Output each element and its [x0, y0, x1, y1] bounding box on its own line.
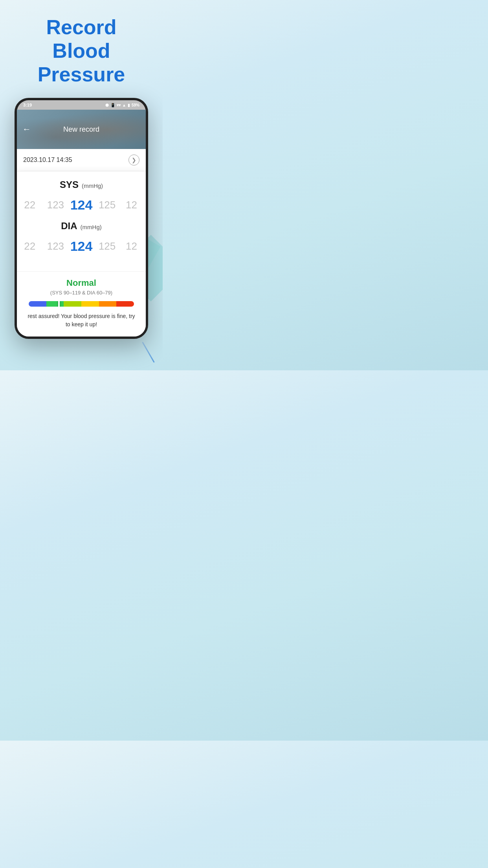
app-header: ← New record — [17, 110, 146, 149]
dia-unit: (mmHg) — [81, 224, 102, 230]
datetime-next-button[interactable]: ❯ — [128, 154, 139, 166]
status-range: (SYS 90–119 & DIA 60–79) — [25, 290, 138, 296]
sys-val-active: 124 — [68, 196, 94, 214]
color-scale-bar — [29, 301, 134, 307]
scale-seg-6 — [116, 301, 134, 307]
sys-val-1: 123 — [43, 197, 69, 213]
hero-subtitle: Blood Pressure — [8, 39, 155, 86]
dia-picker-section: DIA (mmHg) 22 123 124 125 12 — [17, 221, 146, 256]
dia-val-4: 12 — [120, 239, 146, 254]
back-button[interactable]: ← — [22, 124, 31, 134]
status-bar: 3:19 ⬢ 📳 ▾▾ ▲ ▮ 59% — [17, 100, 146, 110]
battery-icon: ▮ — [128, 103, 130, 107]
bottom-area — [0, 339, 163, 370]
dia-val-active: 124 — [68, 237, 94, 256]
blood-status-section: Normal (SYS 90–119 & DIA 60–79) rest ass… — [17, 271, 146, 337]
phone-mockup: 3:19 ⬢ 📳 ▾▾ ▲ ▮ 59% ← New record 2023.10… — [15, 98, 148, 339]
picker-panel: SYS (mmHg) 22 123 124 125 12 DIA (mmHg) … — [17, 171, 146, 271]
wifi-icon: ▾▾ — [117, 103, 121, 107]
sys-unit: (mmHg) — [82, 182, 103, 189]
scale-seg-1 — [29, 301, 46, 307]
status-time: 3:19 — [23, 103, 32, 107]
datetime-value: 2023.10.17 14:35 — [23, 156, 72, 164]
bluetooth-icon: ⬢ — [105, 103, 109, 107]
dia-label-row: DIA (mmHg) — [17, 221, 146, 232]
status-icons: ⬢ 📳 ▾▾ ▲ ▮ 59% — [105, 103, 139, 107]
scale-indicator — [58, 301, 60, 307]
status-message: rest assured! Your blood pressure is fin… — [25, 312, 138, 329]
sys-label-row: SYS (mmHg) — [17, 179, 146, 190]
sys-val-0: 22 — [17, 197, 43, 213]
scale-seg-5 — [99, 301, 117, 307]
hero-section: Record Blood Pressure — [0, 0, 163, 94]
hero-title: Record — [8, 16, 155, 39]
screen-title: New record — [63, 125, 99, 134]
dia-label: DIA — [61, 221, 77, 232]
dia-val-3: 125 — [94, 239, 120, 254]
battery-percent: 59% — [132, 103, 139, 107]
dia-val-0: 22 — [17, 239, 43, 254]
dia-val-1: 123 — [43, 239, 69, 254]
sys-val-3: 125 — [94, 197, 120, 213]
sys-label: SYS — [60, 179, 79, 190]
pen-line — [142, 342, 155, 363]
signal-icon: ▲ — [122, 103, 126, 107]
sys-picker-section: SYS (mmHg) 22 123 124 125 12 — [17, 179, 146, 214]
sys-val-4: 12 — [120, 197, 146, 213]
scale-seg-4 — [81, 301, 99, 307]
datetime-bar[interactable]: 2023.10.17 14:35 ❯ — [17, 149, 146, 171]
scale-seg-3 — [64, 301, 81, 307]
scale-seg-2 — [46, 301, 64, 307]
vibrate-icon: 📳 — [110, 103, 115, 107]
dia-picker-numbers[interactable]: 22 123 124 125 12 — [17, 237, 146, 256]
status-label: Normal — [25, 278, 138, 288]
sys-picker-numbers[interactable]: 22 123 124 125 12 — [17, 196, 146, 214]
pen-decoration — [127, 335, 155, 362]
